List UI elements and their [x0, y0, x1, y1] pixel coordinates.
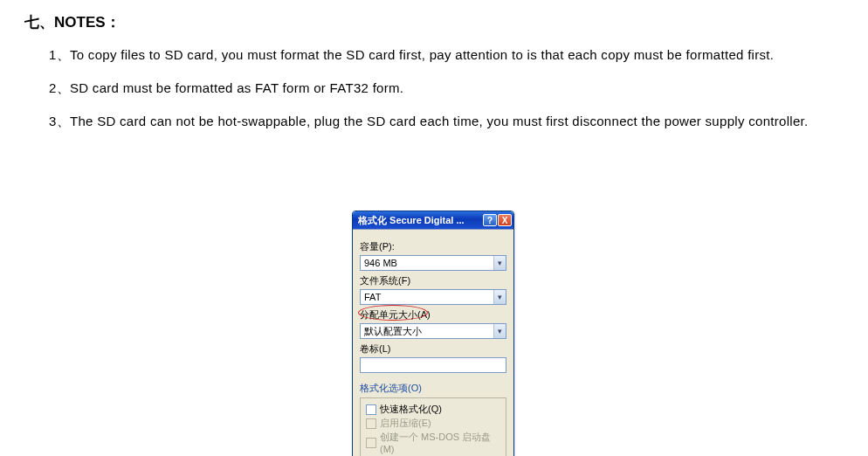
allocation-value: 默认配置大小	[364, 325, 422, 338]
help-button[interactable]: ?	[483, 214, 497, 226]
chevron-down-icon: ▾	[493, 290, 506, 304]
format-options-group: 快速格式化(Q) 启用压缩(E) 创建一个 MS-DOS 启动盘(M)	[360, 397, 506, 456]
allocation-combo[interactable]: 默认配置大小 ▾	[360, 323, 506, 339]
allocation-label: 分配单元大小(A)	[360, 308, 506, 321]
volume-label: 卷标(L)	[360, 342, 506, 356]
section-heading: 七、NOTES：	[24, 12, 844, 32]
note-2: 2、SD card must be formatted as FAT form …	[24, 78, 844, 99]
filesystem-combo[interactable]: FAT ▾	[360, 289, 506, 305]
enable-compression-row: 启用压缩(E)	[366, 417, 500, 430]
filesystem-label: 文件系统(F)	[360, 274, 506, 287]
close-window-button[interactable]: X	[498, 214, 512, 226]
volume-input[interactable]	[360, 357, 506, 373]
dialog-titlebar: 格式化 Secure Digital ... ? X	[353, 211, 513, 229]
format-options-title: 格式化选项(O)	[360, 382, 506, 395]
dialog-title: 格式化 Secure Digital ...	[358, 214, 483, 227]
format-dialog: 格式化 Secure Digital ... ? X 容量(P): 946 MB…	[352, 211, 514, 456]
capacity-label: 容量(P):	[360, 240, 506, 253]
dialog-body: 容量(P): 946 MB ▾ 文件系统(F) FAT ▾ 分配单元大小(A) …	[353, 229, 513, 456]
quick-format-row[interactable]: 快速格式化(Q)	[366, 403, 500, 416]
filesystem-value: FAT	[364, 292, 381, 302]
create-msdos-label: 创建一个 MS-DOS 启动盘(M)	[380, 431, 500, 454]
format-dialog-screenshot: 格式化 Secure Digital ... ? X 容量(P): 946 MB…	[352, 211, 514, 456]
enable-compression-label: 启用压缩(E)	[380, 417, 431, 430]
chevron-down-icon: ▾	[493, 324, 506, 338]
capacity-value: 946 MB	[364, 258, 397, 268]
quick-format-label: 快速格式化(Q)	[380, 403, 442, 416]
checkbox-icon	[366, 438, 376, 448]
create-msdos-row: 创建一个 MS-DOS 启动盘(M)	[366, 431, 500, 454]
chevron-down-icon: ▾	[493, 256, 506, 270]
note-1: 1、To copy files to SD card, you must for…	[24, 45, 844, 66]
capacity-combo[interactable]: 946 MB ▾	[360, 255, 506, 271]
checkbox-icon	[366, 418, 376, 429]
note-3: 3、The SD card can not be hot-swappable, …	[24, 111, 844, 132]
checkbox-icon	[366, 404, 376, 415]
